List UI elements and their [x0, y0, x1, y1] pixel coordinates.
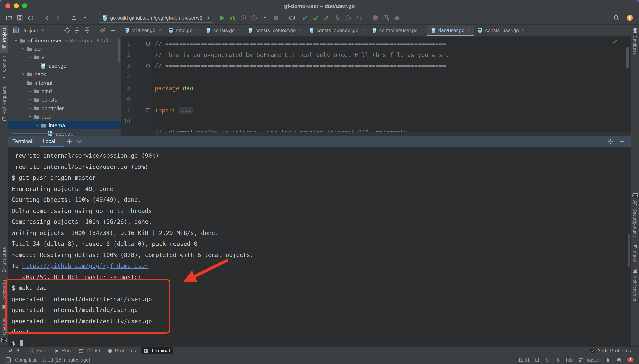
- cloud-gear-status-item[interactable]: [616, 357, 622, 362]
- git-merge-button[interactable]: [332, 13, 342, 23]
- minus-button[interactable]: [617, 137, 626, 146]
- tool-window-button-bookmarks[interactable]: Bookmarks: [0, 276, 8, 314]
- tree-item-controller[interactable]: controller: [8, 104, 121, 112]
- editor-tab-consts-user-go[interactable]: consts_user.go×: [474, 24, 528, 36]
- chevron-down-icon[interactable]: ▼: [41, 28, 45, 32]
- tool-window-button-git[interactable]: Git: [5, 347, 25, 354]
- close-icon[interactable]: ×: [522, 28, 524, 33]
- fold-plus-icon[interactable]: [145, 108, 151, 112]
- project-panel-title[interactable]: Project: [21, 27, 38, 34]
- close-icon[interactable]: ×: [196, 28, 198, 33]
- editor-vertical-scrollbar[interactable]: [626, 46, 629, 68]
- tree-item-consts[interactable]: consts: [8, 96, 121, 104]
- unlock-status-item[interactable]: [605, 357, 611, 362]
- save-button[interactable]: [15, 13, 25, 23]
- editor-tab-consts-openapi-go[interactable]: consts_openapi.go×: [305, 24, 368, 36]
- window-layout-icon[interactable]: [5, 356, 12, 363]
- tree-item-internal[interactable]: internal: [8, 78, 121, 87]
- tool-window-button-find[interactable]: Find: [26, 347, 50, 354]
- cloud-button[interactable]: [392, 13, 402, 23]
- project-vertical-scrollbar[interactable]: [118, 39, 120, 63]
- editor-tab-v1-user-go[interactable]: v1/user.go×: [121, 24, 165, 36]
- fullscreen-window-button[interactable]: [22, 3, 27, 8]
- project-horizontal-scrollbar[interactable]: [12, 133, 66, 134]
- editor-tab-controller-user-go[interactable]: controller/user.go×: [368, 24, 427, 36]
- tree-item-internal[interactable]: internal: [8, 121, 121, 130]
- git-commit-button[interactable]: [311, 13, 321, 23]
- tool-window-button-make[interactable]: Mmake: [631, 240, 639, 266]
- tool-window-button-problems[interactable]: Problems: [104, 347, 139, 354]
- collapse-all-button[interactable]: [83, 26, 92, 35]
- tool-window-button-commit[interactable]: Commit: [0, 53, 8, 83]
- folder-open-button[interactable]: [4, 13, 14, 23]
- branch-status-item[interactable]: master: [578, 357, 600, 362]
- tool-window-button-database[interactable]: Database: [631, 24, 639, 58]
- tab-options-kebab-icon[interactable]: [624, 24, 631, 36]
- rollback-button[interactable]: [354, 13, 364, 23]
- user-button[interactable]: [69, 13, 79, 23]
- gear-button[interactable]: [98, 26, 107, 35]
- forward-button[interactable]: [53, 13, 63, 23]
- locate-button[interactable]: [63, 26, 72, 35]
- tool-window-button-api-security-audit[interactable]: /APIAPI Security Audit: [631, 189, 639, 240]
- tree-item-v1[interactable]: v1: [8, 53, 121, 62]
- close-icon[interactable]: ×: [238, 28, 240, 33]
- fold-range-bottom-icon[interactable]: [145, 64, 151, 68]
- tool-window-button-run[interactable]: Run: [51, 347, 74, 354]
- tree-item-hack[interactable]: hack: [8, 70, 121, 78]
- audit-problems-button[interactable]: /API Audit Problems: [587, 347, 634, 354]
- minimize-window-button[interactable]: [14, 3, 19, 8]
- editor-tab-cmd-go[interactable]: cmd.go×: [165, 24, 202, 36]
- tool-window-button-openapi[interactable]: OpenAPI/API: [0, 314, 8, 346]
- close-icon[interactable]: ×: [420, 28, 423, 33]
- bug-button[interactable]: [228, 13, 238, 23]
- play-button[interactable]: [217, 13, 227, 23]
- tool-window-button-terminal[interactable]: Terminal: [140, 347, 173, 354]
- tool-window-button-project[interactable]: Project: [0, 24, 8, 53]
- gear-button[interactable]: [606, 137, 615, 146]
- tool-window-button-pull-requests[interactable]: Pull Requests: [0, 83, 8, 125]
- tool-window-button-todo[interactable]: TODO: [75, 347, 103, 354]
- editor[interactable]: 123456710 // ===========================…: [121, 36, 631, 136]
- terminal-vertical-scrollbar[interactable]: [628, 234, 630, 268]
- chevron-down-button[interactable]: [75, 137, 84, 146]
- git-push-button[interactable]: [322, 13, 332, 23]
- status-item-tab[interactable]: Tab: [565, 357, 573, 362]
- history-button[interactable]: [343, 13, 353, 23]
- close-window-button[interactable]: [6, 3, 10, 8]
- close-icon[interactable]: ×: [361, 28, 364, 33]
- terminal-output[interactable]: rewrite internal/service/session.go (90%…: [8, 147, 631, 346]
- editor-tab-consts-go[interactable]: consts.go×: [202, 24, 244, 36]
- search-button[interactable]: [612, 13, 622, 23]
- inspect-button[interactable]: [381, 13, 391, 23]
- tool-window-button-notifications[interactable]: Notifications: [631, 266, 639, 304]
- editor-tab-dao-user-go[interactable]: dao/user.go×: [427, 24, 474, 36]
- stop-button[interactable]: [271, 13, 281, 23]
- status-item-lf[interactable]: LF: [535, 357, 541, 362]
- run-configuration-select[interactable]: go build github.com/gogf/gf-demo-user/v2…: [98, 13, 214, 23]
- chevron-down-small-button[interactable]: [260, 13, 270, 23]
- plus-button[interactable]: [65, 137, 74, 146]
- close-icon[interactable]: ×: [468, 28, 470, 33]
- tree-item-dao[interactable]: dao: [8, 112, 121, 121]
- inspections-ok-check-icon[interactable]: [612, 39, 617, 46]
- terminal-tab-local[interactable]: Local ×: [39, 136, 64, 147]
- minus-button[interactable]: [108, 26, 117, 35]
- status-item-11-31[interactable]: 11:31: [518, 357, 530, 362]
- editor-tab-consts-context-go[interactable]: consts_context.go×: [244, 24, 305, 36]
- tree-item-gf-demo-user[interactable]: gf-demo-user~/Workspace/Go/G: [8, 36, 121, 45]
- fold-range-top-icon[interactable]: [145, 42, 151, 46]
- update-badge-button[interactable]: [625, 13, 635, 23]
- profiler-button[interactable]: [250, 13, 260, 23]
- tree-item-user-go[interactable]: user.go: [8, 62, 121, 70]
- coverage-button[interactable]: [238, 13, 248, 23]
- close-icon[interactable]: ×: [158, 28, 161, 33]
- tool-window-button-structure[interactable]: Structure: [0, 244, 8, 276]
- tree-item-api[interactable]: api: [8, 45, 121, 53]
- close-icon[interactable]: ×: [299, 28, 302, 33]
- back-button[interactable]: [42, 13, 52, 23]
- close-icon[interactable]: ×: [58, 138, 60, 144]
- error-badge-status-item[interactable]: [627, 357, 634, 362]
- shield-button[interactable]: [370, 13, 380, 23]
- tree-item-cmd[interactable]: cmd: [8, 87, 121, 96]
